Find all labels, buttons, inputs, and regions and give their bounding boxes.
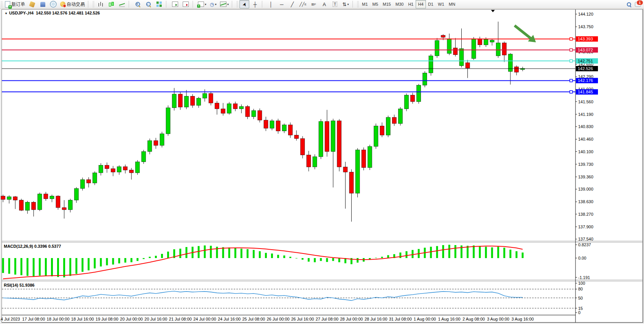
rsi-pane: 1008050150 [2,281,585,315]
price-tick-label: 139.360 [578,175,593,179]
hline-handle[interactable] [570,38,572,40]
macd-pane: 0.82370.00-1.191 [2,242,591,280]
rsi-scale-label: 80 [578,287,583,291]
rsi-scale-label: 100 [578,281,585,286]
price-tick-label: 140.460 [578,137,593,141]
symbol-period-label: USDJPY-,H4 [9,11,33,15]
ohlc-readout: 142.550 142.576 142.481 142.526 [36,11,100,15]
mt4-app: { "toolbar": { "new_order_label": "新订单",… [0,0,644,324]
time-axis-label: 28 Jul 16:00 [365,317,387,321]
price-tick-label: 141.190 [578,112,593,117]
time-axis-label: 18 Jul 00:00 [47,317,70,321]
time-axis-label: 26 Jul 16:00 [291,317,314,321]
price-tick-label: 138.630 [578,199,593,204]
time-axis-label: 26 Jul 00:00 [267,317,290,321]
time-axis-label: 31 Jul 08:00 [389,317,412,321]
price-tag-label: 142.751 [578,59,593,63]
hline-handle[interactable] [570,79,572,82]
time-axis-label: 17 Jul 08:00 [22,317,45,321]
price-tick-label: 144.120 [578,12,593,16]
chart-canvas[interactable]: 144.120143.750143.020142.650142.290141.9… [0,0,644,324]
time-axis-label: 1 Aug 00:00 [414,317,436,321]
price-tick-label: 140.830 [578,124,593,129]
time-axis-label: 2 Aug 08:00 [462,317,485,321]
chart-title: ▼USDJPY-,H4 142.550 142.576 142.481 142.… [5,11,100,15]
hline-handle[interactable] [570,49,572,51]
chart-window-border [2,10,643,322]
rsi-line [3,291,523,301]
time-axis-label: 20 Jul 00:00 [120,317,143,321]
time-axis-label: 20 Jul 16:00 [145,317,167,321]
price-tick-label: 139.000 [578,187,593,191]
rsi-scale-label: 0 [578,310,580,315]
macd-scale-label: 0.00 [578,256,586,260]
price-tag-label: 143.072 [578,48,593,52]
price-tag-label: 141.845 [578,90,593,94]
price-tick-label: 141.560 [578,99,593,104]
price-tick-label: 137.900 [578,225,593,229]
macd-signal-line [3,246,523,279]
macd-scale-label: 0.8237 [578,242,591,247]
time-axis-label: 18 Jul 16:00 [71,317,94,321]
rsi-scale-label: 50 [578,296,583,300]
price-tick-label: 137.540 [578,237,593,241]
price-tag-label: 143.393 [578,37,593,41]
scroll-marker-icon[interactable] [491,10,495,12]
time-axis-label: 28 Jul 00:00 [340,317,363,321]
time-axis-label: 24 Jul 16:00 [218,317,241,321]
time-axis-label: 1 Aug 16:00 [438,317,461,321]
hline-handle[interactable] [570,59,572,62]
price-tag-label: 142.526 [578,66,593,71]
arrow-annotation[interactable] [515,26,536,42]
rsi-label: RSI(14) 51.9386 [4,283,35,287]
candlesticks [1,22,525,222]
time-axis-label: 19 Jul 08:00 [96,317,118,321]
time-axis-label: 21 Jul 08:00 [169,317,192,321]
time-axis-label: 24 Jul 00:00 [193,317,216,321]
price-tick-label: 138.270 [578,212,593,217]
time-axis-label: 3 Aug 16:00 [512,317,534,321]
rsi-scale-label: 15 [578,306,583,311]
price-tick-label: 140.100 [578,149,593,154]
time-axis-label: 25 Jul 08:00 [242,317,265,321]
price-tag-label: 142.176 [578,78,593,83]
macd-scale-label: -1.191 [578,275,590,280]
macd-label: MACD(12,26,9) 0.3396 0.5377 [4,244,61,249]
time-axis-label: 27 Jul 08:00 [316,317,338,321]
hline-handle[interactable] [570,91,572,93]
price-tick-label: 139.730 [578,162,593,167]
time-axis-label: 14 Jul 2023 [0,317,20,321]
time-axis-label: 3 Aug 00:00 [487,317,509,321]
symbol-collapse-icon[interactable]: ▼ [5,12,8,15]
price-tick-label: 143.750 [578,24,593,29]
